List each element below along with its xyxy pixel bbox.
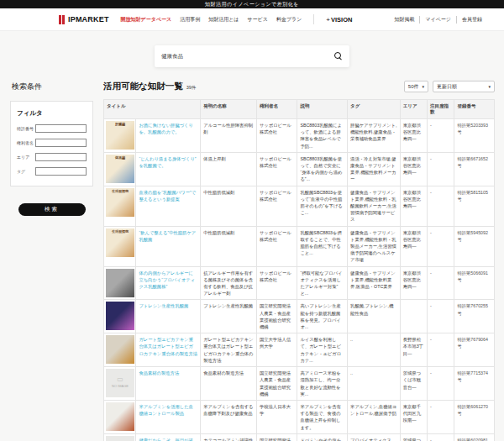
rights-holder-cell: 学校法人日本大学: [256, 400, 297, 433]
rights-holder-cell: 国立研究開発法人農業・食品産業技術総合研究機構: [256, 367, 297, 401]
rights-holder-field[interactable]: [35, 139, 87, 147]
vision-logo[interactable]: + VISION: [326, 16, 352, 24]
sort-select[interactable]: 更新日順 ▾: [433, 81, 495, 92]
ipmarket-logo-text: IPMARKET: [68, 15, 109, 24]
description-cell: 高アミロース米粉を湿熱加工し、均一分散と良好な流動性を実...: [297, 367, 348, 401]
table-row: 体の内側からアレルギーに立ち向かう“プロバイオティクス乳酸菌株” 抗アレルギー作…: [104, 266, 495, 300]
search-input[interactable]: [161, 54, 334, 60]
ip-title-link[interactable]: ガレート型エピカテキン重合体又はガレート型エピガロカテキン重合体の製造方法: [139, 336, 197, 357]
table-row: 生活習慣病 血液の脂を“乳酸菌パワー”で整えるという新提案 中性脂肪低減剤 サッ…: [104, 186, 495, 226]
tags-cell: 肝臓ケアサプリメント,機能性飲料,健康食品・栄養補助食品業界: [348, 119, 401, 153]
area-cell: [400, 300, 427, 333]
patent-number-field[interactable]: [35, 124, 87, 133]
registration-number-cell: 特許第6671652号: [454, 152, 495, 186]
ip-title-link[interactable]: お酒に負けない肝臓づくりを。乳酸菌の力で。: [139, 122, 197, 135]
ip-title-link[interactable]: 体の内側からアレルギーに立ち向かう“プロバイオティクス乳酸菌株”: [139, 270, 197, 291]
invention-name-cell: カテコールアミン認識性を指標に選抜した微生物とカテコールアミン含有組成物: [201, 433, 257, 441]
tag-field[interactable]: [35, 167, 87, 176]
result-count: 39件: [186, 85, 197, 91]
area-label: エリア: [17, 155, 35, 160]
link-mypage[interactable]: マイページ: [425, 16, 451, 24]
search-box: [155, 45, 349, 67]
area-cell: 茨城県つくば市観音台―: [400, 367, 427, 401]
attention-index-cell: -: [428, 186, 454, 226]
chevron-down-icon: ▾: [488, 84, 491, 89]
ip-table: タイトル 発明の名称 権利者名 説明 タグ エリア 注目度指数 登録番号 肝臓編…: [103, 99, 495, 441]
description-cell: SBC8803乳酸菌によって、飲酒による肝障害を食品レベルで予防...: [297, 119, 348, 153]
area-cell: 東京都渋谷区恵比寿四―: [400, 266, 427, 300]
invention-name-cell: 米アルブミンを含有する血糖降下剤及び健康食品: [201, 400, 257, 433]
area-cell: 東京都渋谷区恵比寿四―: [400, 186, 427, 226]
nav-item-pricing[interactable]: 料金プラン: [276, 16, 302, 24]
filter-box: フィルタ 特許番号 権利者名 エリア タグ: [10, 101, 93, 186]
attention-index-cell: -: [428, 300, 454, 333]
invention-name-cell: 中性脂肪低減剤: [201, 226, 257, 266]
description-cell: SBC8803乳酸菌を使って、自然で安全に“身体を内側から温める”...: [297, 152, 348, 186]
ip-title-link[interactable]: プトレシン生産性乳酸菌: [139, 302, 197, 309]
site-header: IPMARKET 開放知財データベース 活用事例 知財活用とは サービス 料金プ…: [0, 8, 504, 31]
link-post-ip[interactable]: 知財掲載: [394, 16, 414, 24]
ipmarket-logo[interactable]: IPMARKET: [59, 15, 109, 24]
ip-title-link[interactable]: “飲んで整える”中性脂肪ケア乳酸菌: [139, 229, 197, 243]
area-field[interactable]: [35, 153, 87, 161]
invention-name-cell: 抗アレルギー作用を有する菌株及びその菌体を含有する飲料、食品及び抗アレルギー剤: [201, 266, 257, 300]
table-row: 米アルブミンを活用した血糖値コントロール製品 米アルブミンを含有する血糖降下剤及…: [104, 400, 495, 433]
attention-index-cell: -: [428, 152, 454, 186]
attention-index-cell: -: [428, 266, 454, 300]
page-size-select[interactable]: 50件 ▾: [404, 81, 428, 92]
tag-label: タグ: [17, 169, 35, 174]
nav-item-open-ip-database[interactable]: 開放知財データベース: [121, 16, 172, 24]
search-button[interactable]: 検索: [18, 203, 86, 216]
patent-number-label: 特許番号: [17, 126, 35, 131]
ip-title-link[interactable]: 健康だからこそ、毎日が笑顔。あなたの腸内フレンド、ラクトバチルス・プランタルム！: [139, 437, 197, 441]
registration-number-cell: 特許第5066091号: [454, 266, 495, 300]
page-size-value: 50件: [408, 83, 419, 91]
rights-holder-cell: サッポロビール株式会社: [256, 119, 297, 153]
thumbnail-image: NO IMAGE: [106, 369, 134, 397]
search-icon[interactable]: [334, 52, 343, 60]
thumbnail-image: [106, 269, 134, 297]
table-row: 肝臓編 お酒に負けない肝臓づくりを。乳酸菌の力で。 アルコール性肝障害抑制剤 サ…: [104, 119, 495, 153]
attention-index-cell: -: [428, 433, 454, 441]
main-nav: 開放知財データベース 活用事例 知財活用とは サービス 料金プラン + VISI…: [121, 14, 353, 24]
attention-index-cell: -: [428, 119, 454, 153]
col-description: 説明: [297, 100, 348, 119]
tags-cell: プロバイオティクス,シンバイオティクス,ラクトバチルス・プランタルム,ドパミン,…: [348, 433, 401, 441]
rights-holder-cell: 国立研究開発法人農業・食品産業技術総合研究機構: [256, 433, 297, 441]
attention-index-cell: -: [428, 226, 454, 266]
table-row: プトレシン生産性乳酸菌 プトレシン生産性乳酸菌 国立研究開発法人農業・食品産業技…: [104, 300, 495, 333]
vision-logo-text: VISION: [331, 16, 352, 24]
ip-title-link[interactable]: 米アルブミンを活用した血糖値コントロール製品: [139, 403, 197, 417]
thumbnail-image: 生活習慣病: [106, 228, 134, 257]
table-row: 生活習慣病 “飲んで整える”中性脂肪ケア乳酸菌 中性脂肪低減剤 サッポロビール株…: [104, 226, 495, 266]
rights-holder-cell: サッポロビール株式会社: [256, 186, 297, 226]
registration-number-cell: 特許第7715374号: [454, 367, 495, 401]
thumbnail-image: NO IMAGE: [106, 436, 134, 441]
nav-item-services[interactable]: サービス: [247, 16, 267, 24]
description-cell: 米アルブミンを含有する製品で、食後の血糖値上昇を抑制します。: [297, 400, 348, 433]
tags-cell: 乳酸菌,プトレシン,機能性食品: [348, 300, 401, 333]
description-cell: ルイス酸を利用して、ガレート型エピカテキン・エピガロカテ...: [297, 333, 348, 367]
table-row: NO IMAGE 食品素材の製造方法 食品素材の製造方法 国立研究開発法人農業・…: [104, 367, 495, 401]
thumbnail-image: [106, 302, 134, 330]
attention-index-cell: -: [428, 333, 454, 367]
link-signup[interactable]: 会員登録: [462, 16, 482, 24]
invention-name-cell: プトレシン生産性乳酸菌: [201, 300, 257, 333]
area-cell: 東京都渋谷区恵比寿四―: [400, 152, 427, 186]
area-cell: 東京都千代田区九段南―: [400, 400, 427, 433]
nav-item-use-cases[interactable]: 活用事例: [180, 16, 200, 24]
table-header-row: タイトル 発明の名称 権利者名 説明 タグ エリア 注目度指数 登録番号: [104, 100, 495, 119]
table-row: ガレート型エピカテキン重合体又はガレート型エピガロカテキン重合体の製造方法 ガレ…: [104, 333, 495, 367]
tags-cell: 温活・冷え対策市場,健康食品・サプリメント業界,機能性飲料メーカー: [348, 152, 401, 186]
search-conditions-sidebar: 検索条件 フィルタ 特許番号 権利者名 エリア タグ 検索: [10, 79, 93, 219]
rights-holder-cell: 国立大学法人信州大学: [256, 333, 297, 367]
nav-item-about-ip-use[interactable]: 知財活用とは: [208, 16, 239, 24]
ip-title-link[interactable]: “じんわり温まる身体づくり”を乳酸菌で。: [139, 155, 197, 169]
tags-cell: 米アルブミン,血糖値コントロール,糖尿病予防: [348, 400, 401, 433]
registration-number-cell: 特許第7679064号: [454, 333, 495, 367]
ip-title-link[interactable]: 血液の脂を“乳酸菌パワー”で整えるという新提案: [139, 189, 197, 202]
page-title: 活用可能な知財一覧: [103, 81, 183, 92]
filter-title: フィルタ: [17, 109, 87, 118]
ip-title-link[interactable]: 食品素材の製造方法: [139, 370, 197, 376]
area-cell: 東京都渋谷区恵比寿四―: [400, 226, 427, 266]
